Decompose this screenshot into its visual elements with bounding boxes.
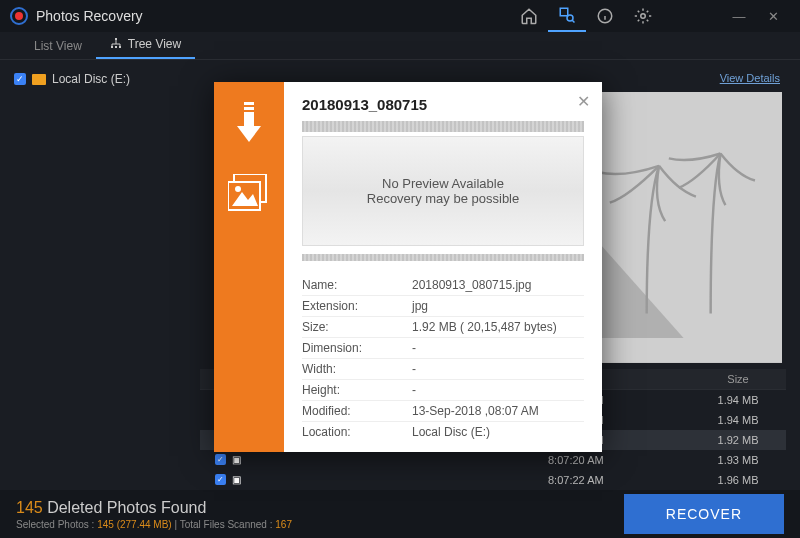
file-size: 1.96 MB [698,474,778,486]
photos-icon [228,174,270,212]
svg-rect-6 [115,38,117,40]
tree-item-drive[interactable]: ✓ Local Disc (E:) [14,72,186,86]
svg-point-5 [641,14,646,19]
table-row[interactable]: ✓▣8:07:22 AM1.96 MB [200,470,786,490]
svg-rect-7 [111,46,113,48]
footer: 145 Deleted Photos Found Selected Photos… [0,490,800,538]
sidebar: ✓ Local Disc (E:) [0,60,200,490]
file-size: 1.92 MB [698,434,778,446]
settings-button[interactable] [624,0,662,32]
app-logo-icon [10,7,28,25]
file-size: 1.94 MB [698,394,778,406]
modal-close-button[interactable]: ✕ [577,92,590,111]
table-row[interactable]: ✓▣8:07:20 AM1.93 MB [200,450,786,470]
file-size: 1.94 MB [698,414,778,426]
rule-icon [302,121,584,132]
folder-icon [32,74,46,85]
tab-list-view[interactable]: List View [20,33,96,59]
svg-rect-15 [244,112,254,126]
home-button[interactable] [510,0,548,32]
svg-marker-16 [237,126,261,142]
svg-point-20 [235,186,241,192]
file-date: 8:07:20 AM [548,454,698,466]
row-checkbox-icon[interactable]: ✓ [215,454,226,465]
svg-rect-13 [244,102,254,105]
checkbox-icon[interactable]: ✓ [14,73,26,85]
tab-tree-view[interactable]: Tree View [96,31,195,59]
svg-rect-9 [119,46,121,48]
svg-rect-2 [560,8,568,16]
no-preview-panel: No Preview Available Recovery may be pos… [302,136,584,246]
modal-strip [214,82,284,452]
titlebar: Photos Recovery — ✕ [0,0,800,32]
info-button[interactable] [586,0,624,32]
view-tabs: List View Tree View [0,32,800,60]
file-metadata: Name:20180913_080715.jpg Extension:jpg S… [302,275,584,442]
file-date: 8:07:22 AM [548,474,698,486]
download-arrow-icon [229,100,269,150]
minimize-button[interactable]: — [722,9,756,24]
app-title: Photos Recovery [36,8,143,24]
image-file-icon: ▣ [232,454,250,465]
drive-label: Local Disc (E:) [52,72,130,86]
footer-stats: 145 Deleted Photos Found Selected Photos… [16,499,624,530]
rule-icon [302,254,584,261]
svg-rect-8 [115,46,117,48]
svg-rect-14 [244,107,254,110]
file-details-modal: 20180913_080715 ✕ No Preview Available R… [214,82,602,452]
svg-point-3 [567,15,573,21]
file-size: 1.93 MB [698,454,778,466]
modal-title: 20180913_080715 [302,96,584,113]
row-checkbox-icon[interactable]: ✓ [215,474,226,485]
deep-scan-button[interactable] [548,0,586,32]
close-window-button[interactable]: ✕ [756,9,790,24]
recover-button[interactable]: RECOVER [624,494,784,534]
image-file-icon: ▣ [232,474,250,485]
svg-point-1 [15,12,23,20]
